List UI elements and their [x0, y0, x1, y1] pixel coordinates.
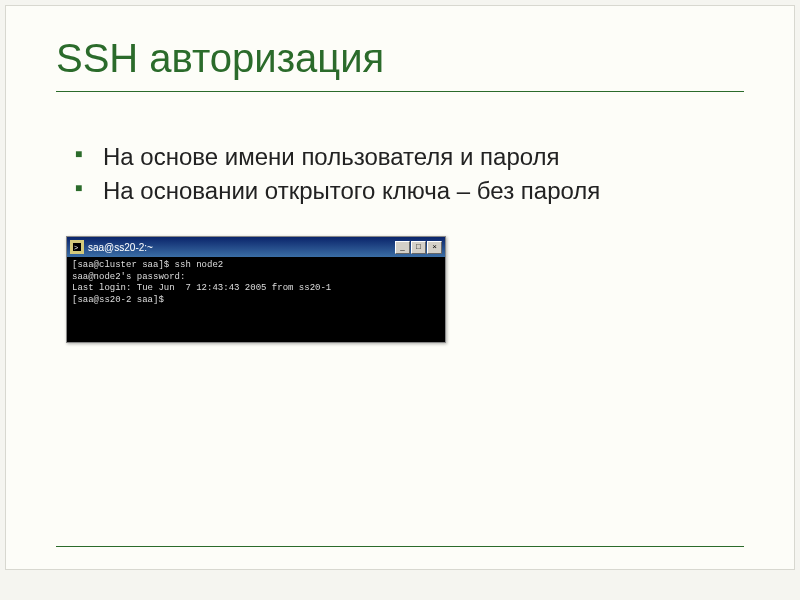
bullet-item: На основе имени пользователя и пароля: [81, 142, 744, 172]
close-button[interactable]: ×: [427, 241, 442, 254]
footer-line: [56, 546, 744, 547]
bullet-list: На основе имени пользователя и пароля На…: [56, 142, 744, 206]
terminal-line: [saa@cluster saa]$ ssh node2: [72, 260, 223, 270]
title-underline: [56, 91, 744, 92]
window-titlebar: > saa@ss20-2:~ _ □ ×: [67, 237, 445, 257]
maximize-button[interactable]: □: [411, 241, 426, 254]
terminal-line: saa@node2's password:: [72, 272, 185, 282]
window-buttons-group: _ □ ×: [395, 241, 442, 254]
window-title-text: saa@ss20-2:~: [88, 242, 395, 253]
terminal-line: Last login: Tue Jun 7 12:43:43 2005 from…: [72, 283, 331, 293]
svg-text:>: >: [74, 244, 78, 252]
terminal-body: [saa@cluster saa]$ ssh node2 saa@node2's…: [67, 257, 445, 342]
slide-title: SSH авторизация: [56, 36, 744, 81]
terminal-window: > saa@ss20-2:~ _ □ × [saa@cluster saa]$ …: [66, 236, 446, 343]
terminal-icon: >: [70, 240, 84, 254]
minimize-button[interactable]: _: [395, 241, 410, 254]
slide-container: SSH авторизация На основе имени пользова…: [5, 5, 795, 570]
bullet-item: На основании открытого ключа – без парол…: [81, 176, 744, 206]
terminal-line: [saa@ss20-2 saa]$: [72, 295, 164, 305]
